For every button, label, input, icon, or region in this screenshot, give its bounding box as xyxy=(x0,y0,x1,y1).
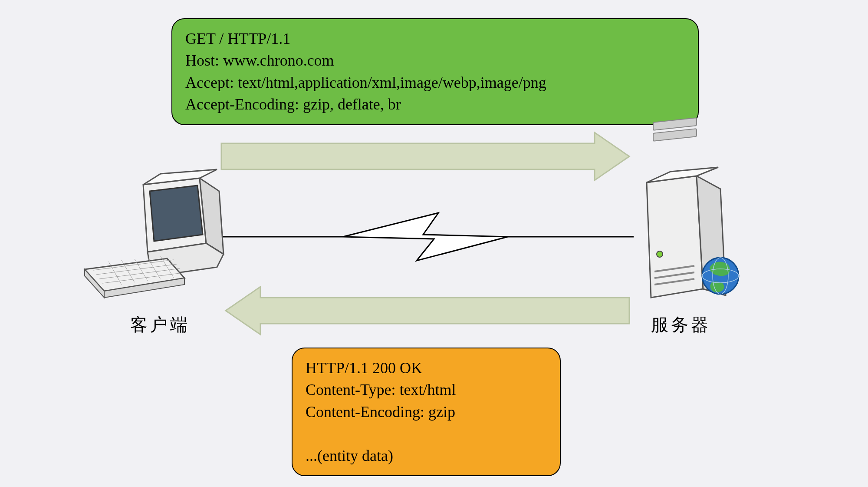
client-label: 客户端 xyxy=(130,313,190,337)
svg-line-8 xyxy=(102,273,183,283)
http-response-box: HTTP/1.1 200 OK Content-Type: text/html … xyxy=(292,348,561,476)
svg-line-6 xyxy=(96,264,177,275)
svg-point-22 xyxy=(713,258,728,294)
svg-point-21 xyxy=(702,269,739,283)
svg-line-5 xyxy=(93,260,174,270)
svg-line-10 xyxy=(122,260,135,282)
server-label: 服务器 xyxy=(651,313,711,337)
globe-icon xyxy=(702,258,739,294)
svg-marker-0 xyxy=(221,133,629,180)
svg-point-20 xyxy=(702,258,739,294)
svg-line-16 xyxy=(654,266,694,272)
svg-line-9 xyxy=(108,262,122,285)
svg-marker-1 xyxy=(226,287,629,335)
request-arrow-icon xyxy=(221,133,629,180)
svg-line-7 xyxy=(99,268,180,279)
svg-line-12 xyxy=(148,258,161,279)
server-icon xyxy=(647,118,739,298)
client-computer-icon xyxy=(85,169,224,298)
svg-line-17 xyxy=(654,272,694,278)
connection-line-icon xyxy=(204,213,634,261)
svg-rect-15 xyxy=(653,129,697,141)
svg-line-13 xyxy=(161,256,174,278)
svg-line-11 xyxy=(135,259,148,281)
svg-line-18 xyxy=(654,279,694,285)
http-request-box: GET / HTTP/1.1 Host: www.chrono.com Acce… xyxy=(171,18,699,125)
response-arrow-icon xyxy=(226,287,629,335)
svg-point-19 xyxy=(657,251,663,257)
svg-marker-4 xyxy=(343,213,508,261)
